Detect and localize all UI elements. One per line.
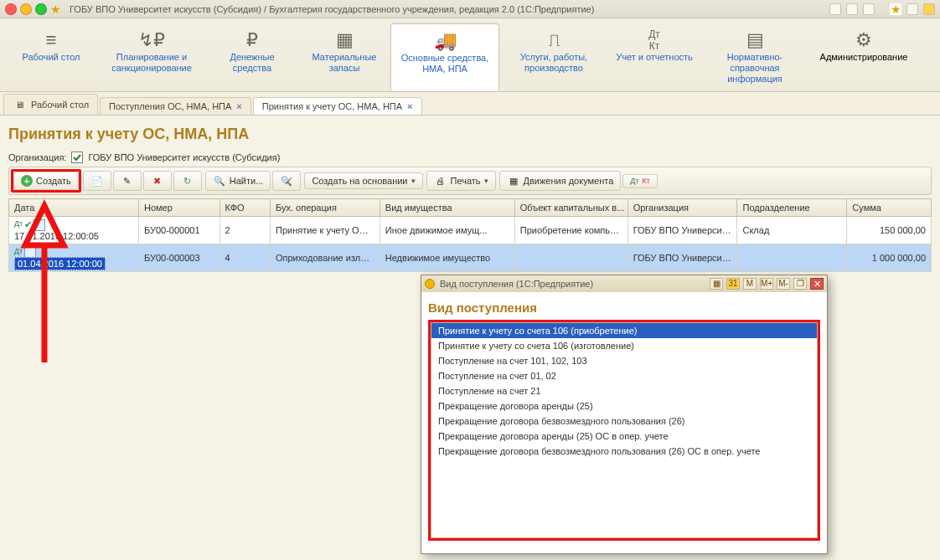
- col-date[interactable]: Дата: [9, 199, 139, 217]
- nav-materials[interactable]: ▦ Материальные запасы: [298, 23, 390, 91]
- calendar-icon[interactable]: 31: [726, 278, 740, 290]
- movements-button[interactable]: ▦ Движения документа: [499, 171, 622, 191]
- col-kfo[interactable]: КФО: [220, 199, 270, 217]
- option-highlight: Принятие к учету со счета 106 (приобрете…: [428, 320, 820, 541]
- main-nav: ≡ Рабочий стол ↯₽ Планирование и санкцио…: [0, 18, 940, 92]
- receipt-type-list[interactable]: Принятие к учету со счета 106 (приобрете…: [431, 322, 818, 538]
- dialog-heading: Вид поступления: [428, 301, 820, 315]
- nav-admin[interactable]: ⚙ Администрирование: [809, 23, 918, 91]
- nav-cash[interactable]: ₽ Денежные средства: [206, 23, 298, 91]
- nav-planning[interactable]: ↯₽ Планирование и санкционирование: [97, 23, 206, 91]
- planning-icon: ↯₽: [101, 28, 203, 52]
- nav-reference[interactable]: ▤ Нормативно-справочная информация: [700, 23, 809, 91]
- create-highlight: + Создать: [11, 169, 81, 193]
- button-label: Создать: [36, 176, 71, 186]
- nav-services[interactable]: ⎍ Услуги, работы, производство: [499, 23, 608, 91]
- list-item[interactable]: Принятие к учету со счета 106 (изготовле…: [431, 338, 817, 353]
- chevron-down-icon: ▾: [411, 177, 416, 185]
- col-org[interactable]: Организация: [628, 199, 737, 217]
- nav-label: Учет и отчетность: [616, 52, 693, 63]
- printer-icon: 🖨: [434, 174, 447, 188]
- cell-obj: [514, 244, 628, 272]
- app-logo-icon: [425, 279, 435, 289]
- clear-search-icon: 🔍̸: [280, 174, 293, 188]
- list-item[interactable]: Принятие к учету со счета 106 (приобрете…: [431, 323, 817, 338]
- titlebar-tool-icon[interactable]: [846, 3, 858, 15]
- nav-assets[interactable]: 🚚 Основные средства, НМА, НПА: [390, 23, 499, 91]
- document-tabs: 🖥 Рабочий стол Поступления ОС, НМА, НПА …: [0, 92, 940, 116]
- grid-icon: ▦: [302, 28, 387, 52]
- edit-button[interactable]: ✎: [113, 171, 142, 191]
- memory-mminus-button[interactable]: M-: [777, 278, 790, 290]
- col-sum[interactable]: Сумма: [847, 199, 932, 217]
- find-button[interactable]: 🔍 Найти...: [205, 171, 271, 191]
- col-number[interactable]: Номер: [138, 199, 220, 217]
- calc-icon[interactable]: ▦: [710, 278, 723, 290]
- tab-desktop[interactable]: 🖥 Рабочий стол: [3, 94, 98, 115]
- documents-grid[interactable]: Дата Номер КФО Бух. операция Вид имущест…: [8, 198, 932, 272]
- list-item[interactable]: Поступление на счет 01, 02: [431, 368, 817, 383]
- create-by-button[interactable]: Создать на основании ▾: [304, 172, 422, 189]
- cell-org: ГОБУ ВПО Университ...: [628, 244, 737, 272]
- search-icon: 🔍: [213, 174, 226, 188]
- nav-accounting[interactable]: ДтКт Учет и отчетность: [608, 23, 700, 91]
- document-icon: [34, 219, 45, 231]
- calculator-icon[interactable]: [923, 3, 935, 15]
- plus-icon: +: [21, 175, 33, 187]
- col-object[interactable]: Объект капитальных в...: [514, 199, 628, 217]
- pencil-icon: ✎: [121, 174, 134, 188]
- window-title: ГОБУ ВПО Университет искусств (Субсидия)…: [70, 4, 826, 14]
- cell-date: 17.01.2016 12:00:05: [14, 231, 99, 241]
- window-close-icon[interactable]: [5, 3, 17, 15]
- ruble-icon: ₽: [209, 28, 295, 52]
- table-row[interactable]: Дт01.04.2016 12:00:00 БУ00-000003 4 Опри…: [9, 244, 932, 272]
- delete-button[interactable]: ✖: [143, 171, 172, 191]
- col-operation[interactable]: Бух. операция: [270, 199, 380, 217]
- tab-receipts[interactable]: Поступления ОС, НМА, НПА ×: [100, 97, 251, 115]
- create-button[interactable]: + Создать: [13, 172, 79, 190]
- print-button[interactable]: 🖨 Печать ▾: [426, 171, 496, 191]
- window-maximize-icon[interactable]: [35, 3, 47, 15]
- button-label: Печать: [451, 176, 481, 186]
- org-checkbox[interactable]: [71, 152, 83, 163]
- cell-number: БУ00-000001: [138, 217, 220, 244]
- list-item[interactable]: Прекращение договора безвозмездного поль…: [431, 444, 817, 459]
- dtkt-button[interactable]: ДтКт: [622, 174, 658, 188]
- button-label: Движения документа: [524, 176, 614, 186]
- list-item[interactable]: Прекращение договора безвозмездного поль…: [431, 414, 817, 429]
- titlebar-tools: ★: [829, 3, 935, 15]
- memory-m-button[interactable]: M: [743, 278, 757, 290]
- history-icon[interactable]: [906, 3, 918, 15]
- table-row[interactable]: Дт✔17.01.2016 12:00:05 БУ00-000001 2 При…: [9, 217, 932, 244]
- memory-mplus-button[interactable]: M+: [760, 278, 773, 290]
- window-minimize-icon[interactable]: [20, 3, 32, 15]
- dialog-body: Вид поступления Принятие к учету со счет…: [421, 292, 827, 547]
- clear-find-button[interactable]: 🔍̸: [272, 171, 301, 191]
- dialog-titlebar: Вид поступления (1С:Предприятие) ▦ 31 M …: [421, 275, 827, 292]
- col-type[interactable]: Вид имущества: [380, 199, 514, 217]
- list-item[interactable]: Прекращение договора аренды (25) ОС в оп…: [431, 429, 817, 444]
- close-icon[interactable]: ✕: [810, 278, 824, 290]
- nav-desktop[interactable]: ≡ Рабочий стол: [5, 23, 97, 91]
- favorites-icon[interactable]: ★: [890, 3, 901, 15]
- tab-acceptance[interactable]: Принятия к учету ОС, НМА, НПА ×: [253, 97, 422, 115]
- page-title: Принятия к учету ОС, НМА, НПА: [8, 126, 932, 143]
- close-icon[interactable]: ×: [407, 101, 412, 111]
- delete-icon: ✖: [151, 174, 164, 188]
- titlebar-tool-icon[interactable]: [863, 3, 875, 15]
- col-dept[interactable]: Подразделение: [737, 199, 847, 217]
- receipt-type-dialog: Вид поступления (1С:Предприятие) ▦ 31 M …: [421, 275, 828, 554]
- titlebar-tool-icon[interactable]: [829, 3, 841, 15]
- favorite-star-icon[interactable]: ★: [50, 3, 61, 15]
- cell-dept: Склад: [737, 217, 847, 244]
- restore-icon[interactable]: ❐: [793, 278, 807, 290]
- list-item[interactable]: Поступление на счет 101, 102, 103: [431, 353, 817, 368]
- cell-kfo: 2: [220, 217, 270, 244]
- refresh-button[interactable]: ↻: [173, 171, 202, 191]
- nav-label: Материальные запасы: [302, 52, 387, 74]
- copy-button[interactable]: 📄: [83, 171, 111, 191]
- close-icon[interactable]: ×: [236, 101, 241, 111]
- list-item[interactable]: Поступление на счет 21: [431, 383, 817, 398]
- list-item[interactable]: Прекращение договора аренды (25): [431, 398, 817, 414]
- cell-date: 01.04.2016 12:00:00: [14, 257, 106, 270]
